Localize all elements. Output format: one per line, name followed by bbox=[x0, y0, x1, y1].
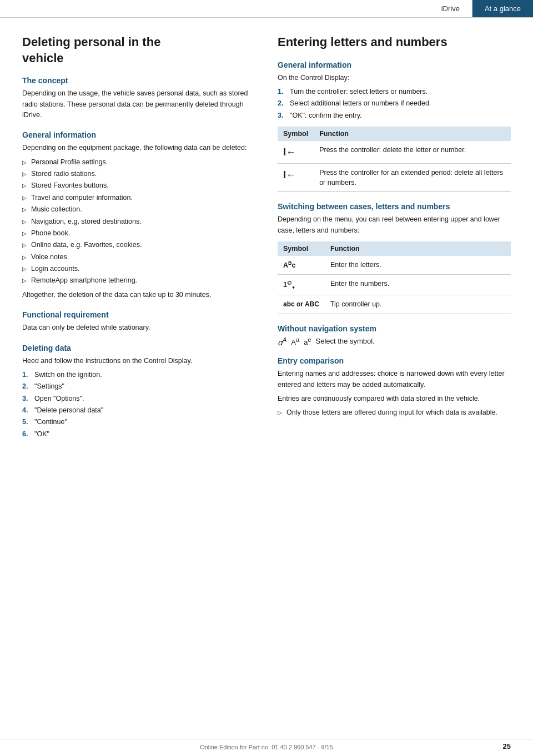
main-content: Deleting personal in the vehicle The con… bbox=[0, 18, 533, 476]
list-item: 5."Continue" bbox=[22, 417, 255, 427]
list-item: Navigation, e.g. stored destinations. bbox=[22, 216, 255, 227]
left-general-info-body: Depending on the equipment package, the … bbox=[22, 143, 255, 153]
deleting-data-heading: Deleting data bbox=[22, 344, 255, 352]
right-main-title: Entering letters and numbers bbox=[278, 34, 511, 51]
table-row: 1@+ Enter the numbers. bbox=[278, 275, 511, 295]
function-cell: Press the controller: delete the letter … bbox=[314, 141, 511, 164]
list-item: Travel and computer information. bbox=[22, 193, 255, 203]
list-item: Music collection. bbox=[22, 204, 255, 215]
deleting-data-body: Heed and follow the instructions on the … bbox=[22, 356, 255, 366]
list-item: Phone book. bbox=[22, 228, 255, 239]
tab-at-glance[interactable]: At a glance bbox=[472, 0, 533, 17]
idrive-tab-label: iDrive bbox=[441, 4, 460, 13]
symbol-cell: I← bbox=[278, 164, 314, 192]
list-item: Voice notes. bbox=[22, 252, 255, 263]
left-general-info-heading: General information bbox=[22, 130, 255, 139]
left-main-title: Deleting personal in the vehicle bbox=[22, 34, 255, 66]
left-title-line1: Deleting personal in the bbox=[22, 35, 160, 49]
function-cell: Enter the numbers. bbox=[325, 275, 511, 295]
top-navigation-bar: iDrive At a glance bbox=[0, 0, 533, 18]
breadcrumb-area bbox=[0, 0, 429, 17]
table-row: ABc Enter the letters. bbox=[278, 256, 511, 275]
list-item: 4."Delete personal data" bbox=[22, 405, 255, 416]
symbol-cell: I← bbox=[278, 141, 314, 164]
entry-comparison-bullets: Only those letters are offered during in… bbox=[278, 407, 511, 418]
function-cell: Tip controller up. bbox=[325, 295, 511, 314]
entry-comparison-body1: Entering names and addresses: choice is … bbox=[278, 369, 511, 390]
symbol-function-table-1: Symbol Function I← Press the controller:… bbox=[278, 127, 511, 192]
deletion-bullet-list: Personal Profile settings. Stored radio … bbox=[22, 157, 255, 286]
table-row: I← Press the controller for an extended … bbox=[278, 164, 511, 192]
entry-comparison-body2: Entries are continuously compared with d… bbox=[278, 394, 511, 404]
list-item: 6."OK" bbox=[22, 429, 255, 440]
function-cell: Enter the letters. bbox=[325, 256, 511, 275]
switching-heading: Switching between cases, letters and num… bbox=[278, 202, 511, 211]
entry-comparison-heading: Entry comparison bbox=[278, 356, 511, 365]
without-nav-symbols-row: ɑA Aa ae Select the symbol. bbox=[278, 336, 511, 347]
list-item: Login accounts. bbox=[22, 264, 255, 274]
list-item: 2.Select additional letters or numbers i… bbox=[278, 98, 511, 109]
without-nav-select-text: Select the symbol. bbox=[316, 337, 375, 345]
concept-body: Depending on the usage, the vehicle save… bbox=[22, 88, 255, 120]
general-info-footer: Altogether, the deletion of the data can… bbox=[22, 290, 255, 300]
footer-text: Online Edition for Part no. 01 40 2 960 … bbox=[200, 744, 333, 750]
right-column: Entering letters and numbers General inf… bbox=[278, 34, 511, 443]
functional-req-body: Data can only be deleted while stationar… bbox=[22, 322, 255, 333]
table-col-function-1: Function bbox=[314, 127, 511, 141]
list-item: 3.Open "Options". bbox=[22, 394, 255, 404]
left-column: Deleting personal in the vehicle The con… bbox=[22, 34, 255, 443]
footer: Online Edition for Part no. 01 40 2 960 … bbox=[0, 744, 533, 750]
symbol-cell: abc or ABC bbox=[278, 295, 325, 314]
right-general-info-intro: On the Control Display: bbox=[278, 73, 511, 83]
switching-body: Depending on the menu, you can reel betw… bbox=[278, 214, 511, 236]
list-item: Stored radio stations. bbox=[22, 169, 255, 179]
tab-idrive[interactable]: iDrive bbox=[429, 0, 472, 17]
symbol-small-a: ae bbox=[304, 336, 311, 346]
table-col-function-2: Function bbox=[325, 241, 511, 256]
table-col-symbol-1: Symbol bbox=[278, 127, 314, 141]
without-nav-heading: Without navigation system bbox=[278, 324, 511, 333]
list-item: Online data, e.g. Favorites, cookies. bbox=[22, 240, 255, 250]
list-item: 2."Settings" bbox=[22, 381, 255, 392]
symbol-function-table-2: Symbol Function ABc Enter the letters. 1… bbox=[278, 241, 511, 314]
symbol-cell: ABc bbox=[278, 256, 325, 275]
list-item: RemoteApp smartphone tethering. bbox=[22, 275, 255, 286]
list-item: 3."OK": confirm the entry. bbox=[278, 110, 511, 121]
symbol-cell: 1@+ bbox=[278, 275, 325, 295]
list-item: Stored Favorites buttons. bbox=[22, 180, 255, 191]
at-glance-tab-label: At a glance bbox=[485, 4, 521, 13]
symbol-script-a: ɑA bbox=[278, 336, 286, 347]
page-number: 25 bbox=[503, 742, 511, 750]
list-item: Only those letters are offered during in… bbox=[278, 407, 511, 418]
table-row: I← Press the controller: delete the lett… bbox=[278, 141, 511, 164]
symbol-cap-a: Aa bbox=[291, 336, 299, 346]
footer-divider bbox=[0, 739, 533, 739]
table-row: abc or ABC Tip controller up. bbox=[278, 295, 511, 314]
steps-list: 1.Switch on the ignition. 2."Settings" 3… bbox=[22, 370, 255, 440]
list-item: 1.Switch on the ignition. bbox=[22, 370, 255, 380]
right-general-info-heading: General information bbox=[278, 61, 511, 69]
concept-heading: The concept bbox=[22, 76, 255, 85]
function-cell: Press the controller for an extended per… bbox=[314, 164, 511, 192]
list-item: 1.Turn the controller: select letters or… bbox=[278, 87, 511, 97]
right-steps-list: 1.Turn the controller: select letters or… bbox=[278, 87, 511, 121]
left-title-line2: vehicle bbox=[22, 51, 64, 65]
list-item: Personal Profile settings. bbox=[22, 157, 255, 168]
functional-req-heading: Functional requirement bbox=[22, 310, 255, 319]
table-col-symbol-2: Symbol bbox=[278, 241, 325, 256]
